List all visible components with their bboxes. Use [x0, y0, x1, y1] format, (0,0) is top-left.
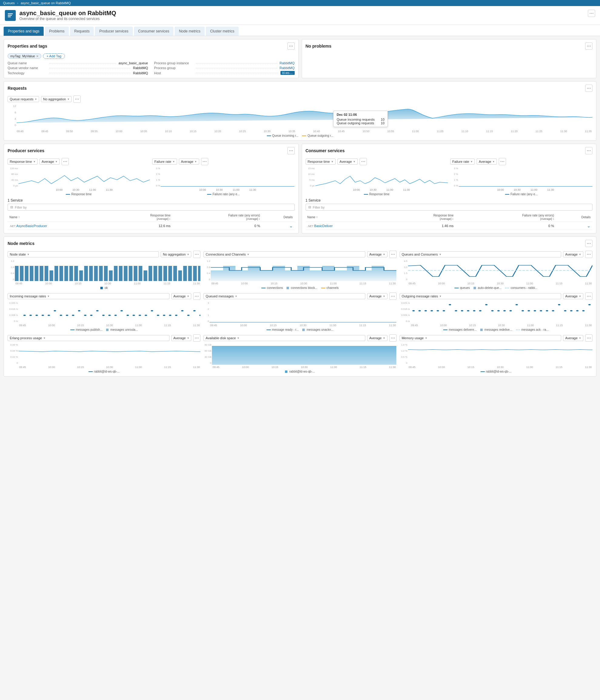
erl-agg[interactable]: Average ▼: [171, 335, 192, 341]
tag-value: MyValue: [22, 54, 35, 58]
erl-menu[interactable]: ⋯: [193, 334, 200, 342]
x-10-50: 10:50: [362, 130, 370, 133]
legend-queues-label: queues: [460, 286, 470, 290]
svg-rect-37: [144, 270, 147, 281]
producer-response-agg[interactable]: Average ▼: [40, 158, 60, 165]
producer-menu-button[interactable]: ⋯: [288, 147, 295, 154]
erl-dropdown[interactable]: Erlang process usage ▼: [7, 335, 170, 341]
chevron-cc: ▼: [247, 253, 249, 256]
header-menu-button[interactable]: ⋯: [588, 10, 595, 17]
qc-menu[interactable]: ⋯: [585, 251, 593, 258]
producer-failure-agg[interactable]: Average ▼: [179, 158, 199, 165]
consumer-response-dropdown[interactable]: Response time ▼: [306, 158, 335, 165]
svg-point-54: [29, 315, 32, 316]
requests-dropdown[interactable]: Queue requests ▼: [7, 96, 39, 102]
erl-legend: rabbit@ld-ws-qb-...: [7, 370, 200, 373]
producer-failure-chart: Failure rate ▼ Average ▼ ⋯ 3 %: [152, 158, 294, 196]
consumer-response-agg[interactable]: Average ▼: [338, 158, 358, 165]
qm-menu[interactable]: ⋯: [389, 293, 397, 300]
node-state-dropdown[interactable]: Node state ▼: [7, 251, 159, 257]
consumer-menu-button[interactable]: ⋯: [585, 147, 593, 154]
producer-response-label: Response time: [10, 160, 32, 164]
x-11-00-p: 11:00: [89, 188, 96, 191]
tab-producer-services[interactable]: Producer services: [95, 27, 132, 36]
node-state-label: Node state: [10, 252, 26, 256]
tab-consumer-services[interactable]: Consumer services: [134, 27, 174, 36]
producer-filter[interactable]: ⊟ Filter by: [7, 204, 295, 211]
breadcrumb-parent[interactable]: Queues: [3, 1, 15, 5]
node-state-menu[interactable]: ⋯: [193, 251, 200, 258]
qc-y-4-5: 4.5: [400, 260, 407, 262]
qc-dropdown[interactable]: Queues and Consumers ▼: [400, 251, 561, 257]
properties-menu-button[interactable]: ⋯: [288, 43, 295, 50]
node-metrics-menu-button[interactable]: ⋯: [585, 240, 593, 247]
inc-menu[interactable]: ⋯: [193, 293, 200, 300]
mem-agg[interactable]: Average ▼: [563, 335, 583, 341]
producer-response-menu[interactable]: ⋯: [61, 158, 69, 165]
producer-failure-menu[interactable]: ⋯: [201, 158, 208, 165]
producer-response-dropdown[interactable]: Response time ▼: [7, 158, 38, 165]
producer-failure-dropdown[interactable]: Failure rate ▼: [152, 158, 177, 165]
requests-aggregation-label: No aggregation: [43, 97, 66, 101]
prop-value-pg[interactable]: RabbitMQ: [279, 66, 295, 70]
qm-dropdown[interactable]: Queued messages ▼: [203, 293, 365, 299]
tab-node-metrics[interactable]: Node metrics: [175, 27, 205, 36]
mem-dropdown[interactable]: Memory usage ▼: [400, 335, 561, 341]
erl-x-1100: 11:00: [135, 366, 142, 369]
consumer-service-name[interactable]: BasicDeliver: [314, 224, 332, 228]
consumer-response-menu[interactable]: ⋯: [359, 158, 367, 165]
consumer-expand-button[interactable]: ⌄: [587, 223, 591, 228]
mem-menu[interactable]: ⋯: [585, 334, 593, 342]
svg-point-115: [588, 304, 591, 305]
consumer-failure-menu[interactable]: ⋯: [499, 158, 506, 165]
out-dropdown[interactable]: Outgoing message rates ▼: [400, 293, 561, 299]
requests-menu-button[interactable]: ⋯: [585, 84, 593, 92]
legend-incoming: Queue incoming r...: [267, 134, 299, 138]
consumer-failure-dropdown[interactable]: Failure rate ▼: [450, 158, 475, 165]
inc-dropdown[interactable]: Incoming message rates ▼: [7, 293, 170, 299]
tab-cluster-metrics[interactable]: Cluster metrics: [206, 27, 239, 36]
tab-problems[interactable]: Problems: [45, 27, 69, 36]
chevron-inc: ▼: [47, 295, 50, 298]
qm-agg[interactable]: Average ▼: [367, 293, 388, 299]
disk-dropdown[interactable]: Available disk space ▼: [203, 335, 365, 341]
prop-value-pgi[interactable]: RabbitMQ: [279, 61, 295, 65]
conn-menu[interactable]: ⋯: [389, 251, 397, 258]
svg-rect-15: [34, 266, 38, 281]
consumer-failure-agg[interactable]: Average ▼: [477, 158, 497, 165]
requests-chart-menu[interactable]: ⋯: [73, 96, 81, 103]
dotted-line-6: [196, 73, 278, 73]
qc-agg[interactable]: Average ▼: [563, 251, 583, 257]
add-tag-button[interactable]: + Add Tag: [43, 53, 65, 59]
tag-remove[interactable]: ✕: [36, 55, 39, 58]
problems-panel: No problems ⋯: [302, 39, 597, 78]
y-5ms: 5 ms: [306, 179, 315, 181]
conn-dropdown[interactable]: Connections and Channels ▼: [203, 251, 365, 257]
conn-svg: [211, 260, 396, 281]
x-10-15: 10:15: [190, 130, 197, 133]
svg-rect-23: [74, 266, 78, 281]
problems-menu-button[interactable]: ⋯: [585, 43, 593, 50]
consumer-header: Consumer services ⋯: [302, 144, 596, 156]
conn-agg[interactable]: Average ▼: [367, 251, 388, 257]
out-agg[interactable]: Average ▼: [563, 293, 583, 299]
top-row: Properties and tags ⋯ myTag: MyValue ✕ +…: [4, 39, 596, 81]
node-state-agg[interactable]: No aggregation ▼: [161, 251, 191, 257]
qc-y-axis: 4.5 3.0 1.5 0: [400, 260, 407, 281]
services-row: Producer services ⋯ Response time ▼: [4, 144, 596, 236]
ns-x-1000: 10:00: [45, 282, 52, 285]
consumer-filter[interactable]: ⊟ Filter by: [306, 204, 593, 211]
disk-agg[interactable]: Average ▼: [367, 335, 388, 341]
consumer-services-panel: Consumer services ⋯ Response time ▼: [302, 144, 597, 233]
requests-aggregation[interactable]: No aggregation ▼: [41, 96, 72, 102]
inc-agg[interactable]: Average ▼: [171, 293, 192, 299]
producer-expand-button[interactable]: ⌄: [289, 223, 293, 228]
out-x-1015: 10:15: [469, 324, 476, 327]
tab-requests[interactable]: Requests: [70, 27, 94, 36]
cc-x-1000: 10:00: [241, 282, 248, 285]
out-menu[interactable]: ⋯: [585, 293, 593, 300]
disk-menu[interactable]: ⋯: [389, 334, 397, 342]
node-state-legend: ok: [7, 286, 200, 290]
producer-service-name[interactable]: AsyncBasicProducer: [16, 224, 47, 228]
tab-properties-tags[interactable]: Properties and tags: [4, 27, 44, 36]
